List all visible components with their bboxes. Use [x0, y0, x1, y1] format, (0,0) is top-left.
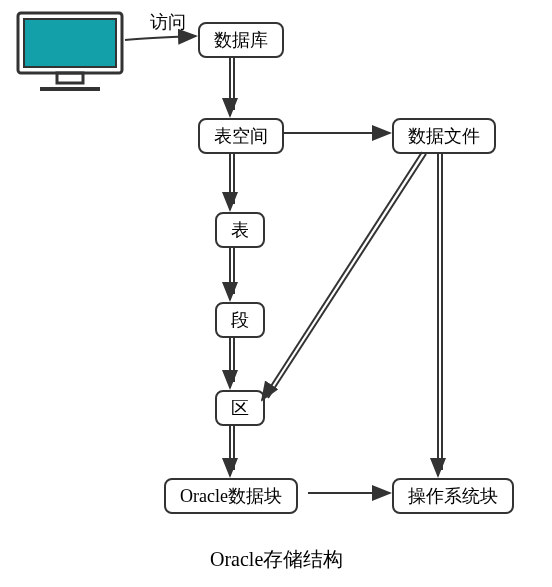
node-database: 数据库	[198, 22, 284, 58]
node-oracle-block: Oracle数据块	[164, 478, 298, 514]
monitor-icon	[15, 10, 125, 99]
edge-label-access: 访问	[148, 10, 188, 34]
node-os-block: 操作系统块	[392, 478, 514, 514]
node-segment: 段	[215, 302, 265, 338]
svg-rect-1	[24, 19, 116, 67]
svg-line-17	[268, 154, 426, 398]
svg-rect-2	[57, 73, 83, 83]
node-table: 表	[215, 212, 265, 248]
node-tablespace: 表空间	[198, 118, 284, 154]
svg-line-16	[262, 152, 422, 400]
node-datafile: 数据文件	[392, 118, 496, 154]
diagram-caption: Oracle存储结构	[210, 546, 343, 573]
node-extent: 区	[215, 390, 265, 426]
